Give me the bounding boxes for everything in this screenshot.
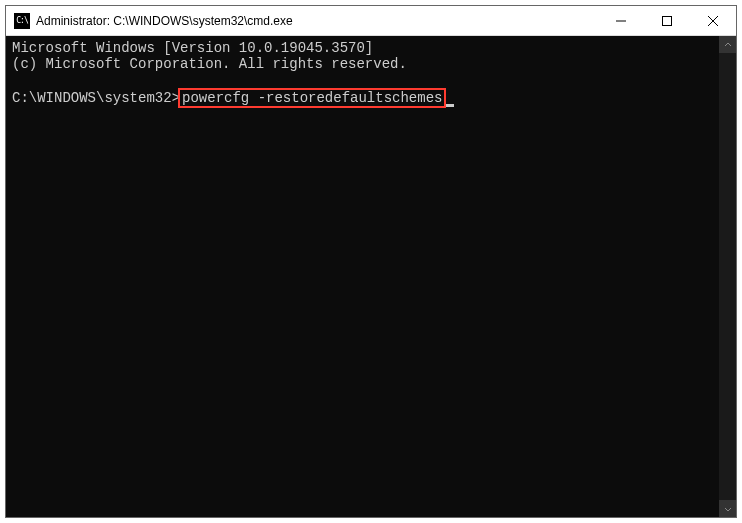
text-cursor [446, 104, 454, 107]
svg-rect-1 [663, 16, 672, 25]
cmd-window: C:\ Administrator: C:\WINDOWS\system32\c… [5, 5, 737, 518]
console-output[interactable]: Microsoft Windows [Version 10.0.19045.35… [6, 36, 719, 517]
minimize-icon [616, 16, 626, 26]
close-button[interactable] [690, 6, 736, 35]
console-command: powercfg -restoredefaultschemes [182, 90, 442, 106]
window-controls [598, 6, 736, 35]
titlebar[interactable]: C:\ Administrator: C:\WINDOWS\system32\c… [6, 6, 736, 36]
minimize-button[interactable] [598, 6, 644, 35]
maximize-button[interactable] [644, 6, 690, 35]
close-icon [708, 16, 718, 26]
chevron-up-icon [724, 41, 732, 49]
command-highlight: powercfg -restoredefaultschemes [178, 88, 446, 108]
maximize-icon [662, 16, 672, 26]
vertical-scrollbar[interactable] [719, 36, 736, 517]
console-line-version: Microsoft Windows [Version 10.0.19045.35… [12, 40, 373, 56]
console-line-copyright: (c) Microsoft Corporation. All rights re… [12, 56, 407, 72]
console-prompt: C:\WINDOWS\system32> [12, 90, 180, 106]
cmd-icon: C:\ [14, 13, 30, 29]
window-title: Administrator: C:\WINDOWS\system32\cmd.e… [36, 14, 598, 28]
scroll-down-button[interactable] [719, 500, 736, 517]
console-area: Microsoft Windows [Version 10.0.19045.35… [6, 36, 736, 517]
chevron-down-icon [724, 505, 732, 513]
scrollbar-track[interactable] [719, 53, 736, 500]
scroll-up-button[interactable] [719, 36, 736, 53]
